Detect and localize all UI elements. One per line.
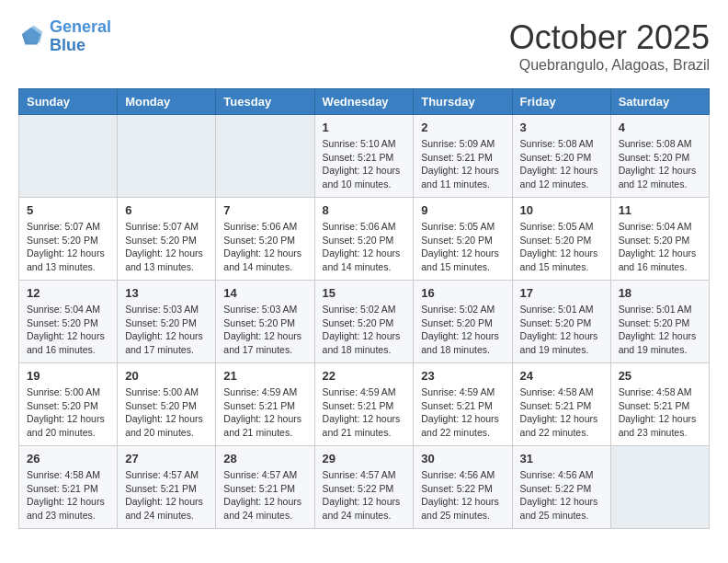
day-number: 6 <box>125 203 208 217</box>
day-number: 24 <box>520 369 603 383</box>
day-info: Sunrise: 5:00 AM Sunset: 5:20 PM Dayligh… <box>27 385 109 440</box>
day-cell <box>118 115 216 198</box>
day-info: Sunrise: 5:07 AM Sunset: 5:20 PM Dayligh… <box>27 220 109 274</box>
logo-icon <box>18 24 44 50</box>
day-cell: 22Sunrise: 4:59 AM Sunset: 5:21 PM Dayli… <box>314 363 414 446</box>
day-cell: 13Sunrise: 5:03 AM Sunset: 5:20 PM Dayli… <box>118 281 216 363</box>
day-cell <box>216 115 314 198</box>
day-info: Sunrise: 4:58 AM Sunset: 5:21 PM Dayligh… <box>520 385 603 440</box>
day-number: 1 <box>323 121 406 134</box>
subtitle: Quebrangulo, Alagoas, Brazil <box>509 57 710 74</box>
header-day-saturday: Saturday <box>610 89 709 115</box>
month-title: October 2025 <box>509 18 710 57</box>
day-info: Sunrise: 5:07 AM Sunset: 5:20 PM Dayligh… <box>125 220 208 274</box>
day-info: Sunrise: 4:59 AM Sunset: 5:21 PM Dayligh… <box>223 385 306 440</box>
day-number: 22 <box>323 369 406 383</box>
day-info: Sunrise: 5:09 AM Sunset: 5:21 PM Dayligh… <box>421 137 504 191</box>
day-number: 31 <box>520 452 603 465</box>
day-cell <box>610 446 709 529</box>
day-cell <box>19 115 118 198</box>
day-cell: 4Sunrise: 5:08 AM Sunset: 5:20 PM Daylig… <box>610 115 709 198</box>
day-cell: 29Sunrise: 4:57 AM Sunset: 5:22 PM Dayli… <box>314 446 414 529</box>
day-number: 18 <box>619 286 701 300</box>
day-number: 27 <box>125 452 208 465</box>
day-cell: 30Sunrise: 4:56 AM Sunset: 5:22 PM Dayli… <box>414 446 512 529</box>
day-info: Sunrise: 5:04 AM Sunset: 5:20 PM Dayligh… <box>619 220 701 274</box>
calendar-table: SundayMondayTuesdayWednesdayThursdayFrid… <box>18 88 710 529</box>
header-day-friday: Friday <box>512 89 610 115</box>
day-cell: 7Sunrise: 5:06 AM Sunset: 5:20 PM Daylig… <box>216 198 314 281</box>
day-info: Sunrise: 4:57 AM Sunset: 5:21 PM Dayligh… <box>223 468 306 523</box>
day-info: Sunrise: 5:02 AM Sunset: 5:20 PM Dayligh… <box>421 303 504 357</box>
day-info: Sunrise: 4:57 AM Sunset: 5:21 PM Dayligh… <box>125 468 208 523</box>
day-cell: 31Sunrise: 4:56 AM Sunset: 5:22 PM Dayli… <box>512 446 610 529</box>
day-cell: 24Sunrise: 4:58 AM Sunset: 5:21 PM Dayli… <box>512 363 610 446</box>
day-number: 19 <box>27 369 109 383</box>
day-number: 9 <box>421 203 504 217</box>
day-cell: 2Sunrise: 5:09 AM Sunset: 5:21 PM Daylig… <box>414 115 512 198</box>
day-info: Sunrise: 5:04 AM Sunset: 5:20 PM Dayligh… <box>27 303 109 357</box>
day-cell: 1Sunrise: 5:10 AM Sunset: 5:21 PM Daylig… <box>314 115 414 198</box>
day-info: Sunrise: 4:57 AM Sunset: 5:22 PM Dayligh… <box>323 468 406 523</box>
day-number: 30 <box>421 452 504 465</box>
day-cell: 3Sunrise: 5:08 AM Sunset: 5:20 PM Daylig… <box>512 115 610 198</box>
day-number: 14 <box>223 286 306 300</box>
day-number: 10 <box>520 203 603 217</box>
day-number: 15 <box>323 286 406 300</box>
week-row-3: 12Sunrise: 5:04 AM Sunset: 5:20 PM Dayli… <box>19 281 710 363</box>
day-cell: 23Sunrise: 4:59 AM Sunset: 5:21 PM Dayli… <box>414 363 512 446</box>
day-info: Sunrise: 5:08 AM Sunset: 5:20 PM Dayligh… <box>520 137 603 191</box>
days-header-row: SundayMondayTuesdayWednesdayThursdayFrid… <box>19 89 710 115</box>
day-info: Sunrise: 4:56 AM Sunset: 5:22 PM Dayligh… <box>520 468 603 523</box>
day-info: Sunrise: 5:03 AM Sunset: 5:20 PM Dayligh… <box>125 303 208 357</box>
day-info: Sunrise: 5:00 AM Sunset: 5:20 PM Dayligh… <box>125 385 208 440</box>
day-number: 20 <box>125 369 208 383</box>
svg-marker-1 <box>25 26 43 43</box>
day-number: 17 <box>520 286 603 300</box>
day-cell: 27Sunrise: 4:57 AM Sunset: 5:21 PM Dayli… <box>118 446 216 529</box>
day-cell: 9Sunrise: 5:05 AM Sunset: 5:20 PM Daylig… <box>414 198 512 281</box>
day-number: 12 <box>27 286 109 300</box>
day-number: 21 <box>223 369 306 383</box>
day-cell: 11Sunrise: 5:04 AM Sunset: 5:20 PM Dayli… <box>610 198 709 281</box>
day-cell: 20Sunrise: 5:00 AM Sunset: 5:20 PM Dayli… <box>118 363 216 446</box>
day-number: 11 <box>619 203 701 217</box>
day-cell: 16Sunrise: 5:02 AM Sunset: 5:20 PM Dayli… <box>414 281 512 363</box>
day-info: Sunrise: 4:58 AM Sunset: 5:21 PM Dayligh… <box>619 385 701 440</box>
day-info: Sunrise: 5:10 AM Sunset: 5:21 PM Dayligh… <box>323 137 406 191</box>
day-number: 7 <box>223 203 306 217</box>
day-number: 23 <box>421 369 504 383</box>
week-row-5: 26Sunrise: 4:58 AM Sunset: 5:21 PM Dayli… <box>19 446 710 529</box>
day-number: 25 <box>619 369 701 383</box>
day-number: 4 <box>619 121 701 134</box>
day-number: 29 <box>323 452 406 465</box>
day-number: 16 <box>421 286 504 300</box>
day-cell: 18Sunrise: 5:01 AM Sunset: 5:20 PM Dayli… <box>610 281 709 363</box>
header: General Blue October 2025 Quebrangulo, A… <box>18 18 710 74</box>
day-cell: 12Sunrise: 5:04 AM Sunset: 5:20 PM Dayli… <box>19 281 118 363</box>
day-info: Sunrise: 5:01 AM Sunset: 5:20 PM Dayligh… <box>619 303 701 357</box>
title-section: October 2025 Quebrangulo, Alagoas, Brazi… <box>509 18 710 74</box>
day-info: Sunrise: 5:06 AM Sunset: 5:20 PM Dayligh… <box>323 220 406 274</box>
day-number: 28 <box>223 452 306 465</box>
day-info: Sunrise: 4:58 AM Sunset: 5:21 PM Dayligh… <box>27 468 109 523</box>
day-number: 5 <box>27 203 109 217</box>
logo-text: General Blue <box>50 18 111 55</box>
day-cell: 17Sunrise: 5:01 AM Sunset: 5:20 PM Dayli… <box>512 281 610 363</box>
day-cell: 19Sunrise: 5:00 AM Sunset: 5:20 PM Dayli… <box>19 363 118 446</box>
day-info: Sunrise: 5:03 AM Sunset: 5:20 PM Dayligh… <box>223 303 306 357</box>
day-number: 26 <box>27 452 109 465</box>
week-row-1: 1Sunrise: 5:10 AM Sunset: 5:21 PM Daylig… <box>19 115 710 198</box>
day-info: Sunrise: 5:05 AM Sunset: 5:20 PM Dayligh… <box>421 220 504 274</box>
day-cell: 15Sunrise: 5:02 AM Sunset: 5:20 PM Dayli… <box>314 281 414 363</box>
day-info: Sunrise: 4:59 AM Sunset: 5:21 PM Dayligh… <box>323 385 406 440</box>
header-day-monday: Monday <box>118 89 216 115</box>
day-cell: 5Sunrise: 5:07 AM Sunset: 5:20 PM Daylig… <box>19 198 118 281</box>
day-number: 2 <box>421 121 504 134</box>
day-cell: 8Sunrise: 5:06 AM Sunset: 5:20 PM Daylig… <box>314 198 414 281</box>
day-number: 3 <box>520 121 603 134</box>
day-cell: 26Sunrise: 4:58 AM Sunset: 5:21 PM Dayli… <box>19 446 118 529</box>
header-day-wednesday: Wednesday <box>314 89 414 115</box>
day-cell: 28Sunrise: 4:57 AM Sunset: 5:21 PM Dayli… <box>216 446 314 529</box>
week-row-4: 19Sunrise: 5:00 AM Sunset: 5:20 PM Dayli… <box>19 363 710 446</box>
